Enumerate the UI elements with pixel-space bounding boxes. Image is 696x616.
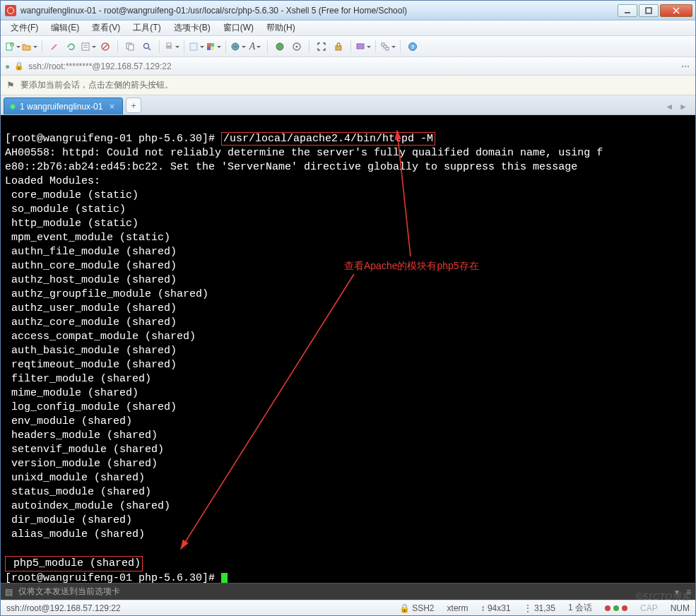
- svg-rect-23: [207, 47, 211, 50]
- terminal-line: authz_user_module (shared): [5, 302, 177, 314]
- terminal-line: authz_host_module (shared): [5, 274, 177, 286]
- terminal-line: unixd_module (shared): [5, 472, 145, 484]
- status-size: ↕ 94x31: [481, 603, 511, 613]
- new-session-button[interactable]: +: [5, 39, 20, 54]
- app-icon: [5, 5, 16, 16]
- window-controls: [618, 4, 692, 17]
- terminal-line: so_module (static): [5, 203, 126, 215]
- menu-file[interactable]: 文件(F): [5, 20, 44, 35]
- terminal-line: headers_module (shared): [5, 430, 158, 442]
- menu-window[interactable]: 窗口(W): [218, 20, 259, 35]
- terminal-line: authz_groupfile_module (shared): [5, 288, 208, 300]
- status-term: xterm: [447, 603, 468, 613]
- send-target-icon[interactable]: ▤: [5, 587, 13, 597]
- status-session: 1 会话: [568, 602, 592, 614]
- menu-tools[interactable]: 工具(T): [127, 20, 166, 35]
- terminal-line: reqtimeout_module (shared): [5, 359, 177, 371]
- tab-prev-icon[interactable]: ◄: [663, 102, 676, 112]
- cascade-icon[interactable]: [380, 39, 396, 54]
- terminal-line: access_compat_module (shared): [5, 331, 196, 343]
- connection-status-icon: [10, 104, 16, 109]
- record-icon[interactable]: [355, 39, 371, 54]
- terminal-line: log_config_module (shared): [5, 401, 177, 413]
- toolbar-sep: [375, 40, 376, 53]
- new-tab-button[interactable]: ＋: [126, 97, 141, 113]
- terminal-line: http_module (static): [5, 218, 138, 230]
- svg-point-26: [276, 43, 283, 50]
- color-scheme-icon[interactable]: [206, 39, 221, 54]
- command-highlight: /usr/local/apache2.4/bin/httpd -M: [221, 132, 435, 146]
- font-size-icon[interactable]: A: [247, 39, 263, 54]
- addressbar-bullet: ●: [5, 61, 10, 71]
- terminal-line: e80::2b76:ab24:ed45:bc22. Set the 'Serve…: [5, 161, 577, 173]
- terminal-line: env_module (shared): [5, 415, 132, 427]
- menubar: 文件(F) 编辑(E) 查看(V) 工具(T) 选项卡(B) 窗口(W) 帮助(…: [1, 20, 695, 36]
- tab-next-icon[interactable]: ►: [677, 102, 690, 112]
- window-title: wangruifenglinux-01 - root@wangruifeng-0…: [20, 6, 618, 16]
- session-tab[interactable]: 1 wangruifenglinux-01 ×: [4, 97, 123, 114]
- toolbar-sep: [267, 40, 268, 53]
- menu-edit[interactable]: 编辑(E): [45, 20, 85, 35]
- info-flag-icon[interactable]: ⚑: [6, 80, 15, 90]
- copy-icon[interactable]: [122, 39, 138, 54]
- reconnect-icon[interactable]: [64, 39, 79, 54]
- encoding-icon[interactable]: [272, 39, 288, 54]
- terminal-line: authz_core_module (shared): [5, 316, 177, 328]
- terminal-line: status_module (shared): [5, 486, 151, 498]
- titlebar[interactable]: wangruifenglinux-01 - root@wangruifeng-0…: [1, 1, 695, 20]
- cmdbar-dropdown-icon[interactable]: ▾: [675, 587, 679, 597]
- addressbar-more-icon[interactable]: ⋯: [681, 61, 691, 71]
- open-button[interactable]: [22, 39, 37, 54]
- svg-point-8: [57, 42, 59, 45]
- statusbar: ssh://root@192.168.57.129:22 🔒 SSH2 xter…: [1, 600, 695, 615]
- terminal-line: Loaded Modules:: [5, 175, 100, 187]
- status-ssh: 🔒 SSH2: [399, 603, 435, 613]
- terminal[interactable]: [root@wangruifeng-01 php-5.6.30]# /usr/l…: [1, 115, 695, 583]
- lock-small-icon: 🔒: [14, 61, 24, 71]
- cmdbar-menu-icon[interactable]: ≡: [686, 587, 691, 597]
- find-icon[interactable]: [139, 39, 155, 54]
- terminal-line: mpm_event_module (static): [5, 232, 170, 244]
- tab-label: 1 wangruifenglinux-01: [20, 102, 102, 112]
- menu-tab[interactable]: 选项卡(B): [168, 20, 216, 35]
- svg-line-13: [103, 45, 107, 49]
- menu-help[interactable]: 帮助(H): [261, 20, 301, 35]
- addressbar[interactable]: ● 🔒 ssh://root:********@192.168.57.129:2…: [1, 57, 695, 76]
- maximize-button[interactable]: [639, 4, 659, 17]
- properties-icon[interactable]: [81, 39, 96, 54]
- svg-point-28: [296, 45, 298, 47]
- svg-rect-15: [129, 45, 134, 50]
- globe-icon[interactable]: [230, 39, 246, 54]
- tabstrip: 1 wangruifenglinux-01 × ＋ ◄ ►: [1, 95, 695, 115]
- minimize-button[interactable]: [618, 4, 637, 17]
- fullscreen-icon[interactable]: [314, 39, 329, 54]
- addressbar-text: ssh://root:********@192.168.57.129:22: [28, 61, 171, 71]
- app-window: wangruifenglinux-01 - root@wangruifeng-0…: [0, 0, 696, 616]
- tab-close-icon[interactable]: ×: [107, 102, 117, 112]
- close-button[interactable]: [660, 4, 692, 17]
- svg-rect-33: [386, 47, 389, 50]
- svg-text:?: ?: [411, 44, 415, 50]
- cmdbar-text: 仅将文本发送到当前选项卡: [18, 586, 120, 598]
- terminal-line: php5_module (shared): [5, 557, 143, 569]
- lock-icon[interactable]: [331, 39, 346, 54]
- terminal-line: dir_module (shared): [5, 514, 132, 526]
- terminal-line: authn_core_module (shared): [5, 260, 177, 272]
- toolbar-sep: [184, 40, 184, 53]
- terminal-line: mime_module (shared): [5, 387, 138, 399]
- menu-view[interactable]: 查看(V): [86, 20, 126, 35]
- commandbar[interactable]: ▤ 仅将文本发送到当前选项卡 ▾ ≡: [1, 583, 695, 600]
- wand-icon[interactable]: [47, 39, 62, 54]
- svg-rect-29: [336, 46, 341, 50]
- font-icon[interactable]: [189, 39, 204, 54]
- terminal-line: autoindex_module (shared): [5, 500, 170, 512]
- help-icon[interactable]: ?: [405, 39, 420, 54]
- xftp-icon[interactable]: [289, 39, 305, 54]
- print-icon[interactable]: [164, 39, 179, 54]
- cursor-icon: [221, 573, 228, 583]
- module-list: core_module (static) so_module (static) …: [5, 189, 208, 540]
- annotation-text: 查看Apache的模块有php5存在: [344, 259, 479, 273]
- svg-rect-20: [190, 43, 197, 50]
- disconnect-icon[interactable]: [98, 39, 113, 54]
- toolbar: + A ?: [1, 36, 695, 57]
